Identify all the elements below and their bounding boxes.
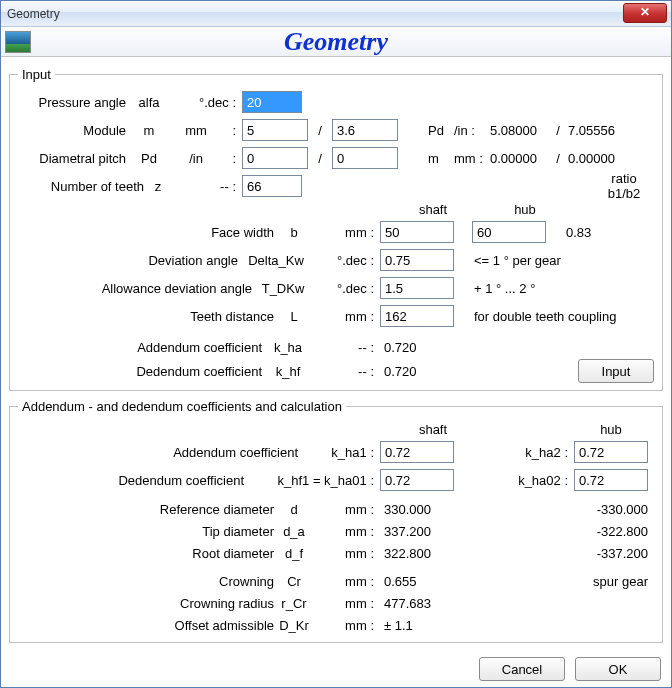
close-button[interactable]: ✕ bbox=[623, 3, 667, 23]
calc-add-input-1[interactable] bbox=[380, 441, 454, 463]
calc-ded-input-2[interactable] bbox=[574, 469, 648, 491]
input-legend: Input bbox=[18, 67, 55, 82]
facewidth-unit: mm : bbox=[314, 225, 374, 240]
pressure-angle-label: Pressure angle bbox=[18, 95, 126, 110]
module-pd-unit: /in : bbox=[454, 123, 490, 138]
offset-v1: ± 1.1 bbox=[384, 618, 413, 633]
diametral-unit: /in bbox=[172, 151, 220, 166]
calc-ded-label: Dedendum coefficient bbox=[18, 473, 244, 488]
crowning-unit: mm : bbox=[314, 574, 374, 589]
diametral-input-2[interactable] bbox=[332, 147, 398, 169]
input-group: Input Pressure angle alfa °.dec : Module… bbox=[9, 67, 663, 391]
rootd-label: Root diameter bbox=[18, 546, 274, 561]
facewidth-ratio: 0.83 bbox=[566, 225, 591, 240]
row-pressure-angle: Pressure angle alfa °.dec : bbox=[18, 88, 654, 116]
diametral-sep: / bbox=[308, 151, 332, 166]
calc-add-input-2[interactable] bbox=[574, 441, 648, 463]
row-rootd: Root diameter d_f mm : 322.800 -337.200 bbox=[18, 542, 654, 564]
module-pd1: 5.08000 bbox=[490, 123, 548, 138]
diametral-label: Diametral pitch bbox=[18, 151, 126, 166]
row-calc-add: Addendum coefficient k_ha1 : k_ha2 : bbox=[18, 438, 654, 466]
allowdev-sym: T_DKw bbox=[252, 281, 314, 296]
diametral-m-sep: / bbox=[548, 151, 568, 166]
allowdev-note: + 1 ° ... 2 ° bbox=[474, 281, 535, 296]
ratio-label-2: b1/b2 bbox=[608, 186, 641, 201]
tipd-unit: mm : bbox=[314, 524, 374, 539]
ded-coef-unit: -- : bbox=[314, 364, 374, 379]
teethdist-note: for double teeth coupling bbox=[474, 309, 616, 324]
row-calc-ded: Dedendum coefficient k_hf1 = k_ha01 : k_… bbox=[18, 466, 654, 494]
crownrad-sym: r_Cr bbox=[274, 596, 314, 611]
ok-button[interactable]: OK bbox=[575, 657, 661, 681]
teeth-unit: -- : bbox=[172, 179, 236, 194]
teeth-input[interactable] bbox=[242, 175, 302, 197]
row-crowning: Crowning Cr mm : 0.655 spur gear bbox=[18, 570, 654, 592]
footer-buttons: Cancel OK bbox=[479, 657, 661, 681]
row-module: Module m mm : / Pd /in : 5.08000 / 7.055… bbox=[18, 116, 654, 144]
diametral-colon: : bbox=[220, 151, 236, 166]
ded-coef-sym: k_hf bbox=[262, 364, 314, 379]
module-pd-sep: / bbox=[548, 123, 568, 138]
diametral-input-1[interactable] bbox=[242, 147, 308, 169]
tipd-sym: d_a bbox=[274, 524, 314, 539]
module-pd2: 7.05556 bbox=[568, 123, 615, 138]
crownrad-unit: mm : bbox=[314, 596, 374, 611]
diametral-m-unit: mm : bbox=[454, 151, 490, 166]
row-crownrad: Crowning radius r_Cr mm : 477.683 bbox=[18, 592, 654, 614]
module-unit: mm bbox=[172, 123, 220, 138]
tipd-v2: -322.800 bbox=[576, 524, 648, 539]
tipd-label: Tip diameter bbox=[18, 524, 274, 539]
crownrad-v1: 477.683 bbox=[384, 596, 431, 611]
refd-v1: 330.000 bbox=[384, 502, 464, 517]
teethdist-unit: mm : bbox=[314, 309, 374, 324]
row-calc-headers: shaft hub bbox=[18, 420, 654, 438]
module-sep: / bbox=[308, 123, 332, 138]
row-refd: Reference diameter d mm : 330.000 -330.0… bbox=[18, 498, 654, 520]
col-shaft: shaft bbox=[396, 202, 470, 217]
add-coef-sym: k_ha bbox=[262, 340, 314, 355]
crowning-v1: 0.655 bbox=[384, 574, 464, 589]
deviation-input[interactable] bbox=[380, 249, 454, 271]
refd-label: Reference diameter bbox=[18, 502, 274, 517]
add-coef-value: 0.720 bbox=[384, 340, 417, 355]
calc-col-shaft: shaft bbox=[396, 422, 470, 437]
module-input-1[interactable] bbox=[242, 119, 308, 141]
ded-coef-label: Dedendum coefficient bbox=[18, 364, 262, 379]
refd-v2: -330.000 bbox=[576, 502, 648, 517]
calc-ded-sym1: k_hf1 = k_ha01 : bbox=[244, 473, 374, 488]
allowdev-unit: °.dec : bbox=[314, 281, 374, 296]
module-input-2[interactable] bbox=[332, 119, 398, 141]
geometry-window: Geometry ✕ Geometry Input Pressure angle… bbox=[0, 0, 672, 688]
teethdist-label: Teeth distance bbox=[18, 309, 274, 324]
close-icon: ✕ bbox=[640, 5, 650, 19]
deviation-unit: °.dec : bbox=[314, 253, 374, 268]
page-title: Geometry bbox=[1, 27, 671, 57]
deviation-label: Deviation angle bbox=[18, 253, 238, 268]
teeth-sym: z bbox=[144, 179, 172, 194]
calc-ded-input-1[interactable] bbox=[380, 469, 454, 491]
col-hub: hub bbox=[488, 202, 562, 217]
teethdist-input[interactable] bbox=[380, 305, 454, 327]
offset-unit: mm : bbox=[314, 618, 374, 633]
cancel-button[interactable]: Cancel bbox=[479, 657, 565, 681]
titlebar: Geometry ✕ bbox=[1, 1, 671, 27]
rootd-unit: mm : bbox=[314, 546, 374, 561]
teeth-label: Number of teeth bbox=[18, 179, 144, 194]
input-button[interactable]: Input bbox=[578, 359, 654, 383]
window-title: Geometry bbox=[7, 7, 60, 21]
module-colon: : bbox=[220, 123, 236, 138]
refd-sym: d bbox=[274, 502, 314, 517]
row-tipd: Tip diameter d_a mm : 337.200 -322.800 bbox=[18, 520, 654, 542]
crowning-sym: Cr bbox=[274, 574, 314, 589]
allowdev-input[interactable] bbox=[380, 277, 454, 299]
refd-unit: mm : bbox=[314, 502, 374, 517]
teethdist-sym: L bbox=[274, 309, 314, 324]
pressure-angle-input[interactable] bbox=[242, 91, 302, 113]
calc-ded-sym2: k_ha02 : bbox=[508, 473, 568, 488]
facewidth-hub-input[interactable] bbox=[472, 221, 546, 243]
facewidth-label: Face width bbox=[18, 225, 274, 240]
row-teeth: Number of teeth z -- : ratio b1/b2 bbox=[18, 172, 654, 200]
ratio-label-1: ratio bbox=[611, 171, 636, 186]
facewidth-shaft-input[interactable] bbox=[380, 221, 454, 243]
row-diametral: Diametral pitch Pd /in : / m mm : 0.0000… bbox=[18, 144, 654, 172]
